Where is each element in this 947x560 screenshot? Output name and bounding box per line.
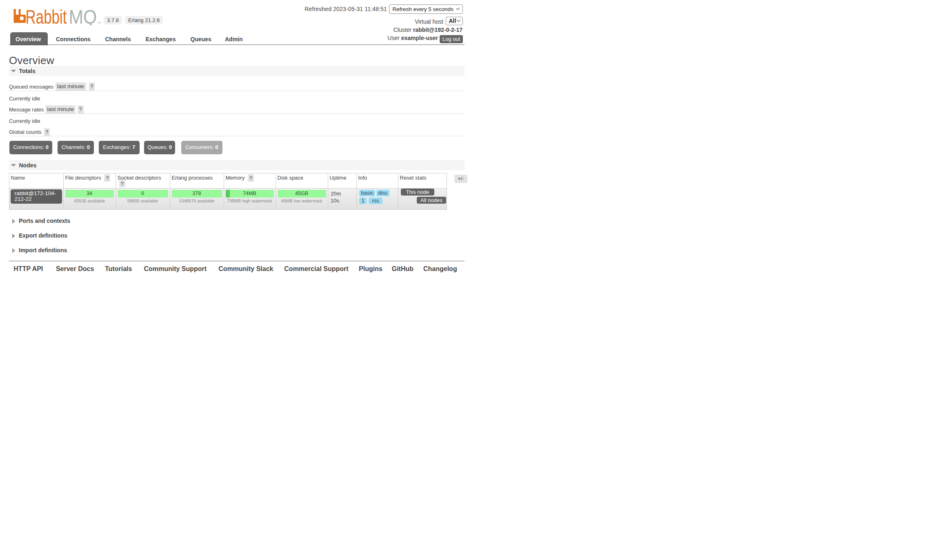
svg-text:Rabbit: Rabbit [26,8,67,25]
svg-text:TM: TM [97,22,101,24]
svg-text:MQ: MQ [69,8,97,25]
